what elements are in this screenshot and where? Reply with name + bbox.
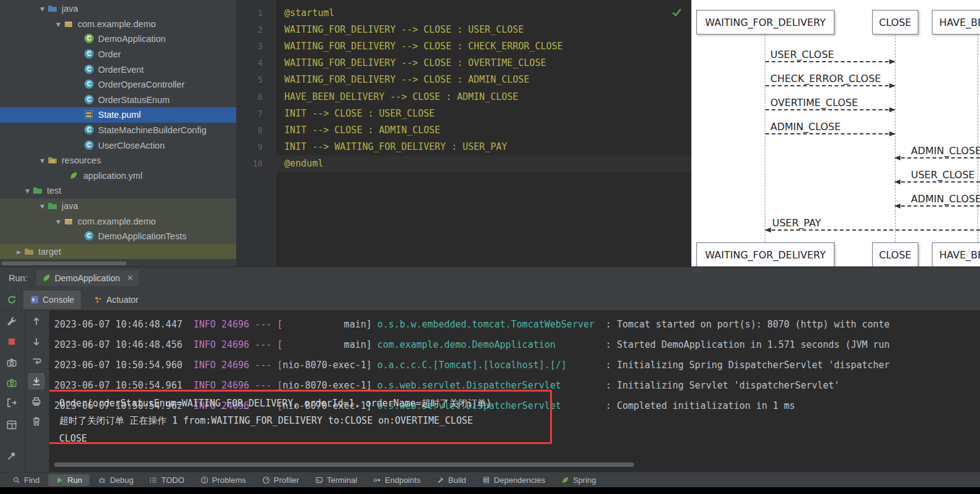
layout-button[interactable] bbox=[6, 419, 17, 430]
tree-item-label: OrderOperaController bbox=[98, 80, 184, 89]
editor-line: 9INIT --> WAITING_FOR_DELIVERY : USER_PA… bbox=[236, 139, 691, 155]
tree-item-orderevent[interactable]: OrderEvent bbox=[0, 62, 236, 77]
down-arrow-button[interactable] bbox=[31, 336, 42, 347]
tree-item-demoapplicationtests[interactable]: DemoApplicationTests bbox=[0, 229, 236, 244]
tree-item-orderoperacontroller[interactable]: OrderOperaController bbox=[0, 77, 236, 93]
camera-button[interactable] bbox=[6, 357, 17, 368]
tree-item-state-puml-selected[interactable]: State.puml bbox=[0, 107, 236, 123]
console-output-line: Order(orderStatusEnum=WAITING_FOR_DELIVE… bbox=[59, 395, 550, 413]
chevron-down-icon[interactable] bbox=[37, 201, 47, 211]
project-horizontal-scrollbar[interactable] bbox=[2, 261, 126, 265]
code-text[interactable]: INIT --> WAITING_FOR_DELIVERY : USER_PAY bbox=[276, 139, 691, 155]
inspections-ok-check-icon[interactable] bbox=[672, 7, 681, 20]
tree-item-target[interactable]: target bbox=[0, 244, 236, 260]
run-play-icon bbox=[56, 476, 64, 484]
code-text[interactable]: WAITING_FOR_DELIVERY --> CLOSE : ADMIN_C… bbox=[276, 72, 691, 88]
tree-item-label: UserCloseAction bbox=[98, 141, 165, 150]
run-session-tab[interactable]: DemoApplication ✕ bbox=[36, 270, 139, 286]
line-number: 1 bbox=[236, 8, 276, 18]
toolwindow-label: Find bbox=[24, 475, 39, 485]
actuator-icon bbox=[94, 295, 102, 304]
stop-button[interactable] bbox=[6, 336, 17, 347]
toolwindow-problems[interactable]: Problems bbox=[193, 474, 253, 486]
tree-item-usercloseaction[interactable]: UserCloseAction bbox=[0, 138, 236, 153]
toolwindow-dependencies[interactable]: Dependencies bbox=[475, 474, 553, 486]
chevron-down-icon[interactable] bbox=[37, 4, 47, 14]
console-output-line: 超时了关闭订单 正在操作 1 from:WAITING_FOR_DELIVERY… bbox=[59, 413, 550, 430]
tab-console[interactable]: Console bbox=[23, 290, 81, 309]
toolwindow-find[interactable]: Find bbox=[5, 474, 47, 486]
chevron-down-icon[interactable] bbox=[37, 155, 47, 165]
toolwindow-label: Run bbox=[67, 475, 82, 485]
uml-message-label: CHECK_ERROR_CLOSE bbox=[770, 73, 881, 84]
log-thread: main] bbox=[282, 319, 377, 330]
console-log-line: 2023-06-07 10:50:54.960 INFO 24696 --- [… bbox=[54, 355, 980, 375]
pin-button[interactable] bbox=[6, 450, 17, 461]
console-highlight-box: Order(orderStatusEnum=WAITING_FOR_DELIVE… bbox=[49, 390, 552, 444]
terminal-icon bbox=[315, 476, 323, 484]
tree-item-orderstatusenum[interactable]: OrderStatusEnum bbox=[0, 93, 236, 108]
code-text[interactable]: WAITING_FOR_DELIVERY --> CLOSE : USER_CL… bbox=[276, 21, 691, 38]
tree-item-java-test[interactable]: java bbox=[0, 199, 236, 214]
print-button[interactable] bbox=[31, 396, 42, 407]
toolwindow-spring[interactable]: Spring bbox=[554, 474, 604, 486]
editor-line: 8INIT --> CLOSE : ADMIN_CLOSE bbox=[236, 121, 691, 138]
spring-leaf-icon bbox=[42, 273, 51, 282]
tree-item-demoapplication[interactable]: DemoApplication bbox=[0, 31, 236, 47]
tree-item-label: Order bbox=[98, 49, 121, 59]
toolwindow-profiler[interactable]: Profiler bbox=[255, 474, 307, 486]
code-text[interactable]: HAVE_BEEN_DELIVERY --> CLOSE : ADMIN_CLO… bbox=[276, 88, 691, 105]
toolwindow-debug[interactable]: Debug bbox=[91, 474, 141, 486]
code-text[interactable]: WAITING_FOR_DELIVERY --> CLOSE : CHECK_E… bbox=[276, 38, 691, 54]
close-icon[interactable]: ✕ bbox=[126, 273, 133, 282]
chevron-down-icon[interactable] bbox=[53, 19, 64, 29]
code-text[interactable]: INIT --> CLOSE : USER_CLOSE bbox=[276, 105, 691, 121]
code-text[interactable]: @enduml bbox=[276, 155, 691, 172]
toolwindow-terminal[interactable]: Terminal bbox=[308, 474, 364, 486]
uml-participant-box: WAITING_FOR_DELIVERY bbox=[696, 10, 834, 35]
tab-actuator[interactable]: Actuator bbox=[87, 290, 145, 309]
toolwindow-run[interactable]: Run bbox=[48, 474, 89, 486]
code-text[interactable]: INIT --> CLOSE : ADMIN_CLOSE bbox=[276, 121, 691, 138]
tree-item-java-main[interactable]: java bbox=[0, 1, 236, 17]
tree-item-package-test[interactable]: com.example.demo bbox=[0, 213, 236, 229]
toolwindow-todo[interactable]: TODO bbox=[142, 474, 191, 486]
tree-item-order[interactable]: Order bbox=[0, 47, 236, 62]
rerun-button[interactable] bbox=[6, 294, 17, 305]
chevron-right-icon[interactable] bbox=[14, 247, 24, 257]
class-icon bbox=[84, 141, 94, 150]
toolwindow-build[interactable]: Build bbox=[429, 474, 474, 486]
clear-console-button[interactable] bbox=[31, 416, 42, 427]
exit-button[interactable] bbox=[6, 397, 17, 408]
log-message: : Tomcat started on port(s): 8070 (http)… bbox=[595, 319, 890, 330]
code-text[interactable]: WAITING_FOR_DELIVERY --> CLOSE : OVERTIM… bbox=[276, 55, 691, 72]
profiler-gauge-icon bbox=[262, 476, 270, 484]
editor-line: 6HAVE_BEEN_DELIVERY --> CLOSE : ADMIN_CL… bbox=[236, 88, 691, 105]
tree-item-label: java bbox=[62, 4, 78, 14]
tree-item-test[interactable]: test bbox=[0, 183, 236, 199]
chevron-down-icon[interactable] bbox=[53, 216, 64, 226]
tree-item-label: StateMachineBuilderConfig bbox=[98, 125, 207, 135]
code-text[interactable]: @startuml bbox=[276, 4, 691, 21]
wrench-settings-button[interactable] bbox=[6, 316, 17, 327]
class-icon bbox=[84, 125, 94, 135]
code-editor[interactable]: 1@startuml 2WAITING_FOR_DELIVERY --> CLO… bbox=[236, 0, 691, 266]
tree-item-package-main[interactable]: com.example.demo bbox=[0, 17, 236, 32]
folder-icon bbox=[24, 247, 35, 257]
tree-item-application-yml[interactable]: application.yml bbox=[0, 168, 236, 184]
plantuml-file-icon bbox=[84, 110, 94, 120]
toolwindow-endpoints[interactable]: Endpoints bbox=[366, 474, 428, 486]
log-level: INFO 24696 --- [ bbox=[194, 360, 283, 371]
scroll-to-end-button[interactable] bbox=[28, 373, 44, 389]
up-arrow-button[interactable] bbox=[31, 316, 42, 327]
tree-item-resources[interactable]: resources bbox=[0, 153, 236, 168]
chevron-down-icon[interactable] bbox=[22, 186, 33, 196]
tool-window-bar: Find Run Debug TODO Problems Profiler Te… bbox=[0, 472, 980, 487]
soft-wrap-button[interactable] bbox=[31, 356, 42, 367]
tree-item-statemachinebuilderconfig[interactable]: StateMachineBuilderConfig bbox=[0, 123, 236, 138]
class-icon bbox=[84, 80, 94, 89]
thread-dump-camera-button[interactable] bbox=[6, 377, 17, 389]
editor-line: 2WAITING_FOR_DELIVERY --> CLOSE : USER_C… bbox=[236, 21, 691, 38]
tab-console-label: Console bbox=[43, 295, 74, 305]
console-horizontal-scrollbar[interactable] bbox=[54, 463, 634, 467]
